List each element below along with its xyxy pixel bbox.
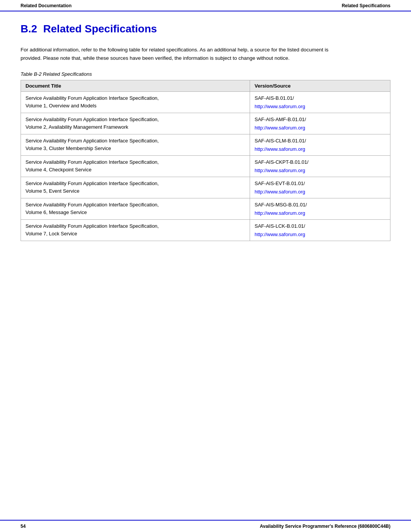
version-cell: SAF-AIS-CLM-B.01.01/http://www.saforum.o… <box>250 134 390 156</box>
url-link[interactable]: http://www.saforum.org <box>255 125 305 131</box>
col-header-version: Version/Source <box>250 80 390 92</box>
version-cell: SAF-AIS-CKPT-B.01.01/http://www.saforum.… <box>250 156 390 177</box>
main-content: B.2Related Specifications For additional… <box>0 11 411 275</box>
page-title: B.2Related Specifications <box>21 23 390 37</box>
table-row: Service Availability Forum Application I… <box>21 113 390 134</box>
doc-title-cell: Service Availability Forum Application I… <box>21 113 250 134</box>
url-link[interactable]: http://www.saforum.org <box>255 104 305 109</box>
url-link[interactable]: http://www.saforum.org <box>255 146 305 152</box>
version-text: SAF-AIS-LCK-B.01.01/ <box>255 222 386 230</box>
table-row: Service Availability Forum Application I… <box>21 177 390 198</box>
doc-title-cell: Service Availability Forum Application I… <box>21 156 250 177</box>
doc-title-cell: Service Availability Forum Application I… <box>21 92 250 113</box>
url-link[interactable]: http://www.saforum.org <box>255 210 305 216</box>
version-text: SAF-AIS-EVT-B.01.01/ <box>255 180 386 187</box>
header-right-text: Related Specifications <box>342 3 390 8</box>
version-cell: SAF-AIS-B.01.01/http://www.saforum.org <box>250 92 390 113</box>
version-text: SAF-AIS-CKPT-B.01.01/ <box>255 158 386 166</box>
page-header: Related Documentation Related Specificat… <box>0 0 411 11</box>
version-cell: SAF-AIS-MSG-B.01.01/http://www.saforum.o… <box>250 198 390 220</box>
footer-doc-title: Availability Service Programmer's Refere… <box>260 524 390 529</box>
table-header-row: Document Title Version/Source <box>21 80 390 92</box>
doc-title-cell: Service Availability Forum Application I… <box>21 198 250 220</box>
table-row: Service Availability Forum Application I… <box>21 198 390 220</box>
version-text: SAF-AIS-MSG-B.01.01/ <box>255 201 386 209</box>
version-cell: SAF-AIS-EVT-B.01.01/http://www.saforum.o… <box>250 177 390 198</box>
intro-paragraph: For additional information, refer to the… <box>21 46 348 62</box>
table-row: Service Availability Forum Application I… <box>21 156 390 177</box>
title-section: B.2 <box>21 23 37 35</box>
doc-title-cell: Service Availability Forum Application I… <box>21 134 250 156</box>
url-link[interactable]: http://www.saforum.org <box>255 189 305 195</box>
col-header-doc-title: Document Title <box>21 80 250 92</box>
footer-page-number: 54 <box>21 524 25 529</box>
version-text: SAF-AIS-B.01.01/ <box>255 94 386 102</box>
table-row: Service Availability Forum Application I… <box>21 92 390 113</box>
title-text: Related Specifications <box>43 23 157 35</box>
header-left-text: Related Documentation <box>21 3 72 8</box>
doc-title-cell: Service Availability Forum Application I… <box>21 220 250 241</box>
page-footer: 54 Availability Service Programmer's Ref… <box>0 520 411 532</box>
version-cell: SAF-AIS-LCK-B.01.01/http://www.saforum.o… <box>250 220 390 241</box>
table-row: Service Availability Forum Application I… <box>21 220 390 241</box>
version-cell: SAF-AIS-AMF-B.01.01/http://www.saforum.o… <box>250 113 390 134</box>
table-caption: Table B-2 Related Specifications <box>21 71 390 77</box>
specifications-table: Document Title Version/Source Service Av… <box>21 80 390 241</box>
version-text: SAF-AIS-AMF-B.01.01/ <box>255 116 386 123</box>
version-text: SAF-AIS-CLM-B.01.01/ <box>255 137 386 145</box>
url-link[interactable]: http://www.saforum.org <box>255 232 305 237</box>
doc-title-cell: Service Availability Forum Application I… <box>21 177 250 198</box>
table-row: Service Availability Forum Application I… <box>21 134 390 156</box>
url-link[interactable]: http://www.saforum.org <box>255 168 305 173</box>
